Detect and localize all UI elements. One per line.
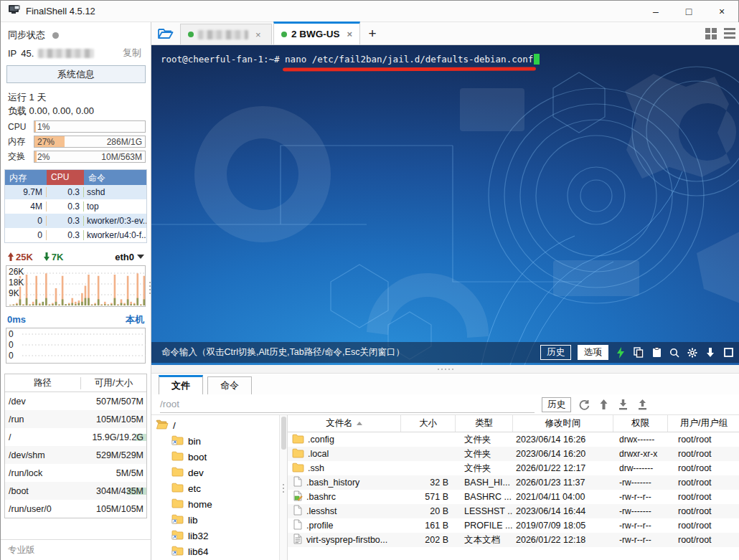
tree-item-lib32[interactable]: lib32 [154, 528, 279, 544]
tab-list-icon[interactable] [724, 28, 735, 39]
process-row[interactable]: 00.3kworker/u4:0-f... [5, 228, 146, 242]
bottom-tab-bar: 文件 命令 [151, 374, 739, 394]
process-row[interactable]: 00.3kworker/0:3-ev... [5, 214, 146, 228]
meter-交换: 交换2%10M/563M [4, 151, 147, 163]
minimize-button[interactable]: – [639, 1, 672, 22]
download-icon[interactable] [705, 347, 716, 359]
path-history-button[interactable]: 历史 [542, 397, 571, 412]
edition-badge: 专业版 [1, 539, 151, 560]
app-window: FinalShell 4.5.12 – □ × 同步状态 IP 45. 复制 系… [0, 0, 739, 560]
process-table: 内存CPU命令 9.7M0.3sshd4M0.3top00.3kworker/0… [4, 169, 147, 243]
main-area: × 2 BWG-US × + [151, 22, 739, 560]
ping-ytick: 0 [9, 351, 14, 360]
tree-item-home[interactable]: home [154, 496, 279, 512]
file-table: 文件名大小类型修改时间权限用户/用户组.config文件夹2023/06/14 … [287, 415, 739, 560]
layout-grid-icon[interactable] [705, 28, 717, 39]
file-row--local[interactable]: .local文件夹2023/06/14 16:20drwxr-xr-xroot/… [288, 447, 739, 461]
sort-asc-icon [357, 422, 362, 425]
folder-link-icon [171, 530, 184, 542]
disk-row[interactable]: /boot304M/435M [5, 482, 146, 500]
tree-scrollbar[interactable] [279, 415, 287, 560]
command-input-hint: 命令输入（双击Ctrl切换,Alt历史,Tab路径/命令,Esc关闭窗口） [161, 346, 405, 359]
paste-icon[interactable] [651, 347, 662, 359]
file-row-virt-sysprep-firstbo---[interactable]: virt-sysprep-firstbo...202 B文本文档2026/01/… [288, 533, 739, 547]
disk-row[interactable]: /15.9G/19.2G [5, 428, 146, 446]
file-row--bash-history[interactable]: .bash_history32 BBASH_HI...2026/01/23 11… [288, 475, 739, 490]
refresh-icon[interactable] [578, 399, 590, 410]
tab-commands[interactable]: 命令 [207, 376, 252, 394]
net-ytick: 18K [9, 278, 24, 287]
file-col-6[interactable]: 用户/用户组 [668, 415, 739, 432]
copy-ip-button[interactable]: 复制 [123, 47, 141, 60]
fullscreen-icon[interactable] [722, 347, 734, 359]
process-col-2[interactable]: CPU [47, 170, 84, 185]
interface-selector[interactable]: eth0 [115, 252, 144, 262]
file-col-1[interactable]: 文件名 [288, 415, 401, 432]
file-col-2[interactable]: 大小 [401, 415, 456, 432]
terminal-command: nano /etc/fail2ban/jail.d/defaults-debia… [285, 54, 533, 65]
tree-item-lib64[interactable]: lib64 [154, 544, 279, 559]
folder-icon [171, 483, 184, 495]
bottom-panel: 文件 命令 /root 历史 /binbootdevetchomeliblib3… [151, 374, 739, 560]
file-row--profile[interactable]: .profile161 BPROFILE ...2019/07/09 18:05… [288, 518, 739, 533]
file-row--ssh[interactable]: .ssh文件夹2026/01/22 12:17drw-------root/ro… [288, 461, 739, 475]
terminal-line: root@cheerful-fan-1:~# nano /etc/fail2ba… [151, 45, 739, 65]
disk-row[interactable]: /dev/shm529M/529M [5, 446, 146, 464]
file-icon [292, 505, 303, 518]
tab-close-icon[interactable]: × [347, 29, 353, 39]
file-row--config[interactable]: .config文件夹2023/06/14 16:26drwx------root… [288, 432, 739, 447]
vertical-splitter-handle[interactable] [279, 484, 287, 493]
disk-row[interactable]: /run105M/105M [5, 410, 146, 428]
tree-item-bin[interactable]: bin [154, 433, 279, 449]
horizontal-splitter-handle[interactable] [151, 365, 739, 374]
upload-file-icon[interactable] [636, 399, 648, 410]
tree-item-root[interactable]: / [154, 417, 279, 433]
copy-icon[interactable] [633, 347, 644, 359]
download-file-icon[interactable] [617, 399, 629, 410]
options-button[interactable]: 选项 [578, 345, 608, 360]
tab-session-1-redacted[interactable]: × [180, 24, 272, 44]
terminal[interactable]: root@cheerful-fan-1:~# nano /etc/fail2ba… [151, 45, 739, 365]
tree-item-dev[interactable]: dev [154, 465, 279, 480]
search-icon[interactable] [669, 347, 680, 359]
new-tab-button[interactable]: + [362, 23, 383, 44]
terminal-prompt: root@cheerful-fan-1:~# [161, 54, 285, 65]
close-button[interactable]: × [705, 1, 738, 22]
file-col-3[interactable]: 类型 [456, 415, 513, 432]
file-col-5[interactable]: 权限 [613, 415, 668, 432]
process-col-1[interactable]: 内存 [5, 170, 47, 185]
tree-item-lib[interactable]: lib [154, 512, 279, 528]
disk-row[interactable]: /run/lock5M/5M [5, 464, 146, 482]
power-lightning-icon[interactable] [615, 347, 626, 359]
tree-scrollbar-thumb[interactable] [281, 417, 286, 450]
disk-row[interactable]: /run/user/0105M/105M [5, 500, 146, 518]
folder-open-icon [158, 27, 174, 39]
history-button[interactable]: 历史 [540, 345, 571, 360]
tree-item-boot[interactable]: boot [154, 449, 279, 465]
parent-directory-icon[interactable] [598, 399, 609, 410]
tab-close-icon[interactable]: × [255, 29, 261, 40]
file-icon [292, 519, 303, 532]
file-row--lesshst[interactable]: .lesshst20 BLESSHST ...2023/06/14 16:44-… [288, 504, 739, 518]
tab-session-2-bwg-us[interactable]: 2 BWG-US × [273, 22, 360, 44]
load-label: 负载 0.00, 0.00, 0.00 [4, 104, 147, 118]
tab-files[interactable]: 文件 [159, 375, 203, 394]
ip-redacted [38, 49, 94, 58]
tab-label-redacted [198, 30, 248, 39]
file-row--bashrc[interactable]: .bashrc571 BBASHRC ...2021/04/11 04:00-r… [288, 490, 739, 504]
gear-icon[interactable] [687, 347, 698, 359]
process-col-3[interactable]: 命令 [84, 170, 146, 185]
path-input[interactable]: /root [160, 396, 535, 413]
tree-item-etc[interactable]: etc [154, 480, 279, 496]
system-info-button[interactable]: 系统信息 [6, 65, 146, 83]
file-col-4[interactable]: 修改时间 [513, 415, 613, 432]
folder-icon [171, 467, 184, 479]
disk-row[interactable]: /dev507M/507M [5, 392, 146, 410]
file-icon [292, 476, 303, 489]
open-connections-button[interactable] [151, 22, 180, 44]
tab-status-dot [188, 32, 194, 37]
window-title: FinalShell 4.5.12 [26, 6, 95, 16]
process-row[interactable]: 9.7M0.3sshd [5, 185, 146, 199]
process-row[interactable]: 4M0.3top [5, 199, 146, 214]
maximize-button[interactable]: □ [672, 1, 705, 22]
